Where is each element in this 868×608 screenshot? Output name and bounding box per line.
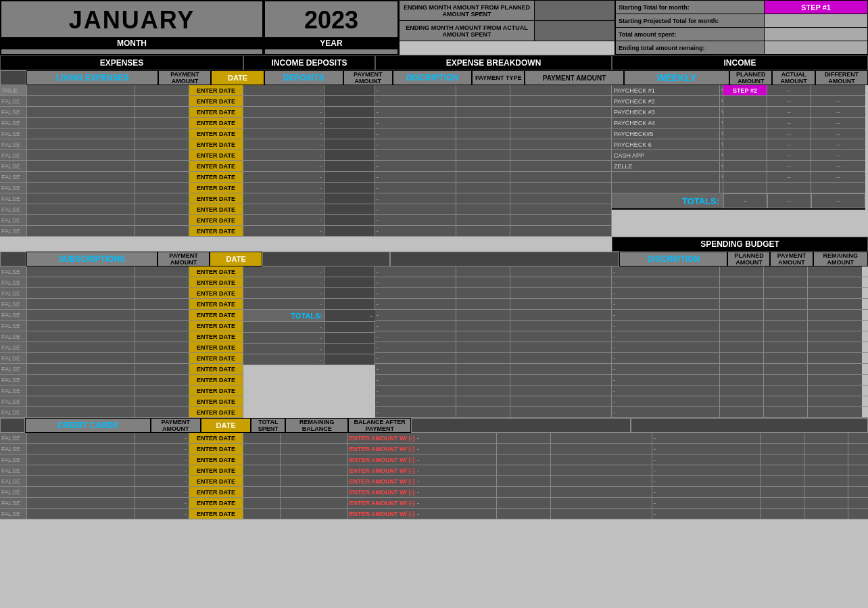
expense-name[interactable]	[27, 150, 135, 160]
expense-name[interactable]	[27, 161, 135, 171]
expense-name[interactable]	[27, 226, 135, 236]
actual-value[interactable]: --	[767, 107, 811, 117]
enter-date-btn[interactable]: ENTER DATE	[189, 118, 243, 128]
sub-name[interactable]	[27, 364, 135, 374]
sub-name[interactable]	[27, 310, 135, 320]
expense-amount[interactable]	[135, 161, 189, 171]
enter-date-btn[interactable]: ENTER DATE	[189, 375, 243, 385]
sub-amount[interactable]	[135, 375, 189, 385]
enter-date-btn[interactable]: ENTER DATE	[189, 407, 243, 417]
enter-date-btn[interactable]: ENTER DATE	[189, 353, 243, 363]
expense-amount[interactable]	[135, 215, 189, 225]
expense-amount[interactable]	[135, 150, 189, 160]
enter-date-btn[interactable]: ENTER DATE	[189, 266, 243, 277]
actual-value[interactable]: --	[767, 172, 811, 182]
expense-name[interactable]	[27, 118, 135, 128]
planned-value[interactable]	[723, 128, 767, 139]
enter-date-btn[interactable]: ENTER DATE	[189, 226, 243, 236]
actual-value[interactable]: --	[767, 139, 811, 149]
expense-amount[interactable]	[135, 118, 189, 128]
enter-date-btn[interactable]: ENTER DATE	[189, 342, 243, 352]
expense-amount[interactable]	[135, 85, 189, 95]
enter-date-btn[interactable]: ENTER DATE	[189, 299, 243, 309]
sub-name[interactable]	[27, 288, 135, 298]
step1-badge[interactable]: STEP #1	[765, 1, 867, 14]
enter-date-btn[interactable]: ENTER DATE	[189, 277, 243, 287]
expense-name[interactable]	[27, 193, 135, 204]
expense-amount[interactable]	[135, 172, 189, 182]
sub-amount[interactable]	[135, 310, 189, 320]
enter-date-btn[interactable]: ENTER DATE	[189, 183, 243, 193]
enter-date-btn[interactable]: ENTER DATE	[189, 128, 243, 139]
enter-date-btn[interactable]: ENTER DATE	[189, 215, 243, 225]
expense-amount[interactable]	[135, 139, 189, 149]
sub-name[interactable]	[27, 342, 135, 352]
sub-name[interactable]	[27, 385, 135, 396]
sub-amount[interactable]	[135, 385, 189, 396]
expense-amount[interactable]	[135, 107, 189, 117]
expense-amount[interactable]	[135, 193, 189, 204]
enter-date-btn[interactable]: ENTER DATE	[189, 204, 243, 214]
actual-value[interactable]: --	[767, 96, 811, 106]
sub-name[interactable]	[27, 299, 135, 309]
enter-date-btn[interactable]: ENTER DATE	[189, 107, 243, 117]
sub-amount[interactable]	[135, 299, 189, 309]
expense-name[interactable]	[27, 215, 135, 225]
enter-date-btn[interactable]: ENTER DATE	[189, 139, 243, 149]
actual-value[interactable]: --	[767, 85, 811, 95]
expense-amount[interactable]	[135, 128, 189, 139]
actual-value[interactable]: --	[767, 161, 811, 171]
enter-date-btn[interactable]: ENTER DATE	[189, 321, 243, 331]
enter-date-btn[interactable]: ENTER DATE	[189, 288, 243, 298]
expense-name[interactable]	[27, 107, 135, 117]
sub-amount[interactable]	[135, 353, 189, 363]
expense-amount[interactable]	[135, 183, 189, 193]
actual-value[interactable]: --	[767, 150, 811, 160]
expense-name[interactable]	[27, 204, 135, 214]
sub-amount[interactable]	[135, 364, 189, 374]
planned-value[interactable]	[723, 150, 767, 160]
sub-amount[interactable]	[135, 342, 189, 352]
planned-value[interactable]	[723, 172, 767, 182]
enter-date-btn[interactable]: ENTER DATE	[189, 193, 243, 204]
enter-date-btn[interactable]: ENTER DATE	[189, 172, 243, 182]
expense-name[interactable]	[27, 172, 135, 182]
sub-amount[interactable]	[135, 288, 189, 298]
enter-date-btn[interactable]: ENTER DATE	[189, 396, 243, 406]
planned-value[interactable]	[723, 107, 767, 117]
planned-value[interactable]	[723, 118, 767, 128]
sub-amount[interactable]	[135, 396, 189, 406]
expense-amount[interactable]	[135, 204, 189, 214]
expense-amount[interactable]	[135, 226, 189, 236]
sub-amount[interactable]	[135, 277, 189, 287]
enter-date-btn[interactable]: ENTER DATE	[189, 331, 243, 342]
enter-date-btn[interactable]: ENTER DATE	[189, 96, 243, 106]
actual-value[interactable]: --	[767, 128, 811, 139]
planned-value[interactable]	[723, 96, 767, 106]
sub-name[interactable]	[27, 375, 135, 385]
sub-name[interactable]	[27, 321, 135, 331]
expense-amount[interactable]	[135, 96, 189, 106]
enter-date-btn[interactable]: ENTER DATE	[189, 85, 243, 95]
sub-name[interactable]	[27, 331, 135, 342]
expense-name[interactable]	[27, 128, 135, 139]
sub-name[interactable]	[27, 353, 135, 363]
sub-name[interactable]	[27, 266, 135, 277]
enter-date-btn[interactable]: ENTER DATE	[189, 364, 243, 374]
enter-date-btn[interactable]: ENTER DATE	[189, 150, 243, 160]
sub-name[interactable]	[27, 407, 135, 417]
sub-amount[interactable]	[135, 266, 189, 277]
expense-name[interactable]	[27, 85, 135, 95]
expense-name[interactable]	[27, 183, 135, 193]
enter-date-btn[interactable]: ENTER DATE	[189, 385, 243, 396]
planned-value[interactable]	[723, 139, 767, 149]
step2-badge[interactable]: STEP #2	[723, 85, 767, 95]
sub-name[interactable]	[27, 396, 135, 406]
sub-name[interactable]	[27, 277, 135, 287]
planned-value[interactable]	[723, 161, 767, 171]
sub-amount[interactable]	[135, 407, 189, 417]
sub-amount[interactable]	[135, 331, 189, 342]
enter-date-btn[interactable]: ENTER DATE	[189, 161, 243, 171]
sub-amount[interactable]	[135, 321, 189, 331]
expense-name[interactable]	[27, 139, 135, 149]
